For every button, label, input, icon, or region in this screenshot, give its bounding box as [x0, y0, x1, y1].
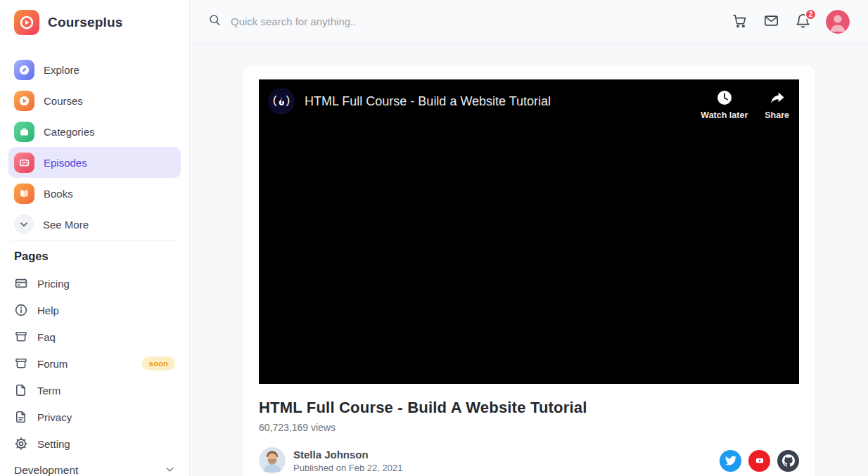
sidebar-item-label: Books: [44, 188, 73, 200]
share-icon: [769, 89, 786, 108]
topbar: 2: [190, 0, 868, 44]
sidebar-item-label: Faq: [37, 331, 56, 343]
player-video-title[interactable]: HTML Full Course - Build a Website Tutor…: [305, 94, 551, 109]
archive-icon: [14, 330, 28, 344]
development-label: Development: [14, 464, 78, 476]
sidebar-item-label: Forum: [37, 358, 68, 370]
search-box[interactable]: [208, 13, 731, 30]
chevron-down-icon: [165, 464, 175, 476]
author-row: Stella Johnson Published on Feb 22, 2021: [259, 447, 799, 474]
github-button[interactable]: [777, 450, 799, 472]
sidebar-item-label: Privacy: [37, 411, 72, 423]
views-count: 60,723,169 views: [259, 422, 799, 433]
twitter-icon: [725, 455, 736, 466]
sidebar-item-label: Episodes: [44, 157, 87, 169]
mail-icon: [763, 13, 779, 31]
user-avatar[interactable]: [826, 10, 850, 34]
sidebar-item-label: Setting: [37, 438, 70, 450]
cart-icon: [732, 13, 748, 31]
player-actions: Watch later Share: [701, 88, 789, 120]
pages-heading: Pages: [8, 240, 181, 270]
video-overlay-header: ( ) HTML Full Course - Build a Website T…: [259, 79, 799, 120]
sidebar-see-more[interactable]: See More: [8, 209, 181, 240]
play-circle-icon: [14, 91, 34, 111]
sidebar-item-label: Explore: [44, 64, 79, 76]
flame-icon: [278, 96, 286, 106]
watch-later-label: Watch later: [701, 110, 748, 120]
sidebar-item-pricing[interactable]: Pricing: [8, 270, 181, 297]
author-name: Stella Johnson: [293, 449, 402, 461]
search-input[interactable]: [231, 15, 526, 27]
twitter-button[interactable]: [720, 450, 741, 472]
sidebar-item-label: Pricing: [37, 278, 70, 290]
file-text-icon: [14, 410, 28, 424]
topbar-actions: 2: [731, 10, 850, 34]
author-avatar[interactable]: [259, 447, 286, 474]
social-links: [720, 450, 799, 472]
courseplus-logo-icon: [14, 10, 39, 35]
mail-button[interactable]: [762, 13, 779, 30]
sidebar-item-help[interactable]: Help: [8, 297, 181, 323]
soon-badge: soon: [142, 356, 175, 371]
main-column: 2 ( ) HTML Full Course - Build a We: [190, 0, 868, 476]
cart-button[interactable]: [731, 13, 748, 30]
channel-avatar-glyph: ): [286, 94, 291, 108]
info-circle-icon: [14, 303, 28, 317]
sidebar-item-setting[interactable]: Setting: [8, 430, 181, 457]
sidebar-item-privacy[interactable]: Privacy: [8, 404, 181, 430]
sidebar-item-label: Courses: [44, 95, 83, 107]
share-label: Share: [765, 110, 789, 120]
sidebar-item-label: See More: [43, 219, 89, 231]
open-book-icon: [14, 184, 34, 204]
author-meta: Stella Johnson Published on Feb 22, 2021: [293, 449, 402, 473]
sidebar-item-faq[interactable]: Faq: [8, 323, 181, 350]
channel-avatar-glyph: (: [273, 94, 277, 108]
gear-icon: [14, 437, 28, 451]
page-title: HTML Full Course - Build A Website Tutor…: [259, 399, 799, 417]
youtube-button[interactable]: [748, 450, 770, 472]
brand-name: Courseplus: [48, 15, 123, 30]
watch-later-button[interactable]: Watch later: [701, 89, 748, 120]
clock-icon: [716, 89, 733, 108]
sidebar-item-episodes[interactable]: Episodes: [8, 147, 181, 178]
sidebar-item-label: Categories: [44, 126, 95, 138]
github-icon: [782, 454, 795, 467]
box-icon: [14, 122, 34, 142]
film-icon: [14, 153, 34, 173]
published-date: Published on Feb 22, 2021: [293, 463, 402, 473]
chevron-down-icon: [14, 214, 34, 234]
sidebar: Courseplus Explore Courses Categories: [0, 0, 190, 476]
sidebar-item-courses[interactable]: Courses: [8, 85, 181, 116]
archive-icon: [14, 356, 28, 371]
brand[interactable]: Courseplus: [8, 0, 181, 35]
notifications-button[interactable]: 2: [794, 13, 811, 30]
notification-count-badge: 2: [805, 8, 817, 20]
sidebar-item-books[interactable]: Books: [8, 178, 181, 209]
search-icon: [208, 13, 222, 30]
channel-avatar[interactable]: ( ): [268, 88, 295, 115]
app: Courseplus Explore Courses Categories: [0, 0, 868, 476]
sidebar-item-label: Help: [37, 304, 59, 316]
file-icon: [14, 383, 28, 397]
sidebar-nav: Explore Courses Categories Episodes: [8, 54, 181, 240]
video-card: ( ) HTML Full Course - Build a Website T…: [243, 65, 815, 476]
compass-icon: [14, 60, 34, 80]
sidebar-item-categories[interactable]: Categories: [8, 116, 181, 147]
youtube-icon: [753, 454, 766, 467]
video-player[interactable]: ( ) HTML Full Course - Build a Website T…: [259, 79, 799, 384]
credit-card-icon: [14, 276, 28, 290]
sidebar-item-term[interactable]: Term: [8, 377, 181, 404]
share-button[interactable]: Share: [765, 89, 789, 120]
content-area: ( ) HTML Full Course - Build a Website T…: [190, 44, 868, 476]
sidebar-item-explore[interactable]: Explore: [8, 54, 181, 85]
sidebar-item-label: Term: [37, 385, 60, 397]
sidebar-item-forum[interactable]: Forum soon: [8, 350, 181, 377]
sidebar-section-development[interactable]: Development: [8, 457, 181, 476]
